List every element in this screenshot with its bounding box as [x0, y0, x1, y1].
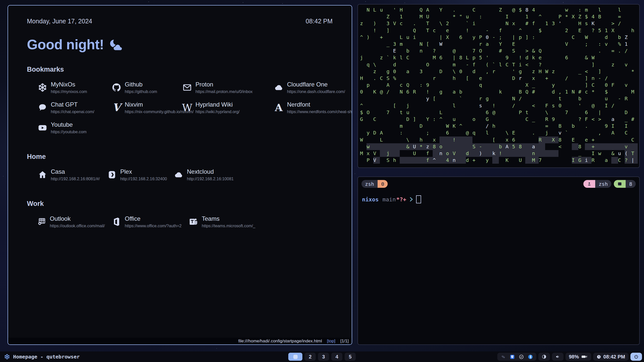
bookmark-casa[interactable]: Casahttp://192.168.2.16:8081/#/ — [37, 168, 106, 181]
workspace-2-button[interactable]: 2 — [305, 353, 316, 361]
bookmark-name: Cloudflare One — [287, 81, 345, 88]
shell-prompt: nixos main *?+ — [362, 195, 639, 203]
plex-icon — [106, 169, 118, 180]
terminal-icon — [614, 180, 626, 188]
greeting-heading: Good night! — [27, 36, 342, 53]
statusbar-url: file:///home/hadi/.config/startpage/inde… — [238, 339, 322, 344]
bookmark-github[interactable]: Githubhttps://github.com — [111, 81, 181, 94]
user-icon — [583, 180, 595, 188]
bookmark-name: Nixvim — [125, 101, 181, 108]
nixos-logo-icon — [4, 354, 10, 360]
terminal-tabbar: zsh 0 zsh8 — [358, 177, 639, 188]
outlook-icon — [36, 216, 47, 228]
bookmark-cloudflare-one[interactable]: Cloudflare Onehttps://one.dash.cloudflar… — [273, 81, 352, 94]
bookmark-url: http://192.168.2.16:32400 — [120, 176, 167, 181]
workspace-3-button[interactable]: 3 — [318, 353, 329, 361]
bookmark-name: Hyprland Wiki — [195, 101, 239, 108]
bookmark-proton[interactable]: Protonhttps://mail.proton.me/u/0/inbox — [181, 81, 273, 94]
bookmark-url: https://mynixos.com — [51, 89, 87, 94]
bookmark-name: Proton — [195, 81, 253, 88]
bookmark-outlook[interactable]: Outlookhttps://outlook.office.com/mail/ — [36, 215, 111, 228]
bluetooth-tray-icon[interactable] — [528, 354, 533, 359]
bookmark-url: https://teams.microsoft.com/_ — [202, 223, 255, 228]
clock-icon — [596, 354, 601, 359]
check-tray-icon[interactable] — [519, 354, 524, 359]
contrast-icon — [542, 354, 547, 359]
bookmark-chat-gpt[interactable]: Chat GPThttps://chat.openai.com/ — [37, 101, 111, 114]
chat-icon — [37, 102, 48, 113]
bookmark-url: http://192.168.2.16:8081/#/ — [51, 176, 100, 181]
startpage: Monday, June 17, 2024 08:42 PM Good nigh… — [8, 6, 352, 228]
workspace-4-button[interactable]: 4 — [331, 353, 342, 361]
cloud-icon — [273, 82, 285, 93]
nixos-icon — [37, 82, 48, 93]
bookmark-mynixos[interactable]: MyNixOshttps://mynixos.com — [37, 81, 111, 94]
bookmark-name: MyNixOs — [51, 81, 87, 88]
workspace-switcher: 2345 — [288, 353, 356, 361]
bookmark-name: Office — [125, 215, 182, 222]
bookmark-url: https://nix-community.github.io/nixvim/ — [125, 109, 181, 114]
home-icon — [37, 169, 48, 180]
bookmark-name: Teams — [202, 215, 255, 222]
workspace-5-button[interactable]: 5 — [345, 353, 356, 361]
bookmark-nerdfont[interactable]: ANerdfonthttps://www.nerdfonts.com/cheat… — [273, 101, 352, 114]
tab-title: zsh — [361, 180, 378, 188]
shell-terminal-window[interactable]: zsh 0 zsh8 nixos main *?+ — [357, 176, 640, 345]
mail-icon — [181, 82, 193, 93]
youtube-icon — [37, 122, 48, 133]
active-workspace-dot — [293, 355, 298, 359]
tab-zsh[interactable]: zsh 0 — [361, 180, 388, 188]
bookmark-office[interactable]: Officehttps://www.office.com/?auth=2 — [111, 215, 188, 228]
bookmark-url: https://wiki.hyprland.org/ — [195, 109, 239, 114]
section-home: HomeCasahttp://192.168.2.16:8081/#/Plexh… — [27, 153, 342, 181]
bookmark-name: Nextcloud — [187, 168, 234, 175]
bookmark-name: Plex — [120, 168, 167, 175]
date-label: Monday, June 17, 2024 — [27, 18, 92, 25]
matrix-terminal-window[interactable]: NLu'HQAY.CZ@$84w:mllZ1MU*"u:I1^P*XZ$4B=z… — [357, 4, 640, 168]
tabbar-right-indicators: zsh8 — [583, 180, 636, 188]
active-window-title: Homepage - qutebrowser — [13, 354, 80, 360]
bookmark-name: Nerdfont — [287, 101, 352, 108]
section-bookmarks: BookmarksMyNixOshttps://mynixos.comGithu… — [27, 66, 342, 134]
cloud-icon — [173, 169, 184, 180]
bookmark-url: https://www.office.com/?auth=2 — [125, 223, 182, 228]
tab-indicator-8[interactable]: 8 — [614, 180, 636, 188]
vim-icon: V — [111, 102, 122, 113]
bookmark-name: Outlook — [50, 215, 105, 222]
night-light-toggle[interactable] — [538, 353, 550, 361]
bitwarden-tray-icon[interactable] — [510, 354, 515, 359]
sync-tray-icon[interactable] — [501, 354, 506, 359]
bookmark-url: https://www.nerdfonts.com/cheat-sheet — [287, 109, 352, 114]
qutebrowser-window: Monday, June 17, 2024 08:42 PM Good nigh… — [8, 5, 352, 345]
bookmark-nixvim[interactable]: VNixvimhttps://nix-community.github.io/n… — [111, 101, 181, 114]
bookmark-url: https://one.dash.cloudflare.com/ — [287, 89, 345, 94]
statusbar-scroll-position: [top] — [327, 339, 335, 344]
battery-indicator: 98% — [566, 353, 591, 361]
system-tray — [497, 353, 536, 361]
battery-percent: 98% — [569, 354, 579, 360]
bookmark-url: https://chat.openai.com/ — [51, 109, 94, 114]
clock: 08:42 PM — [593, 353, 628, 361]
github-icon — [111, 82, 122, 93]
prompt-chevron-icon — [410, 197, 413, 202]
bookmark-name: Chat GPT — [51, 101, 94, 108]
bookmark-url: https://youtube.com — [51, 129, 87, 134]
bookmark-youtube[interactable]: Youtubehttps://youtube.com — [37, 121, 111, 134]
power-button[interactable] — [630, 353, 642, 361]
bookmark-url: https://github.com — [125, 89, 157, 94]
section-work: WorkOutlookhttps://outlook.office.com/ma… — [27, 200, 342, 228]
bookmark-name: Youtube — [51, 121, 87, 128]
time-label: 08:42 PM — [306, 18, 333, 25]
workspace-1-button[interactable] — [288, 353, 302, 361]
volume-control[interactable] — [552, 353, 564, 361]
bookmark-hyprland-wiki[interactable]: WHyprland Wikihttps://wiki.hyprland.org/ — [181, 101, 273, 114]
taskbar: Homepage - qutebrowser 2345 98% 08:42 PM — [0, 351, 644, 362]
prompt-git-branch: main — [382, 196, 396, 203]
tab-index: 0 — [378, 180, 388, 188]
bookmark-plex[interactable]: Plexhttp://192.168.2.16:32400 — [106, 168, 173, 181]
bookmark-nextcloud[interactable]: Nextcloudhttp://192.168.2.16:10081 — [173, 168, 342, 181]
indicator-label: 8 — [626, 180, 636, 188]
tab-indicator-zsh[interactable]: zsh — [583, 180, 611, 188]
battery-charging-icon — [581, 354, 588, 359]
bookmark-teams[interactable]: Teamshttps://teams.microsoft.com/_ — [188, 215, 342, 228]
